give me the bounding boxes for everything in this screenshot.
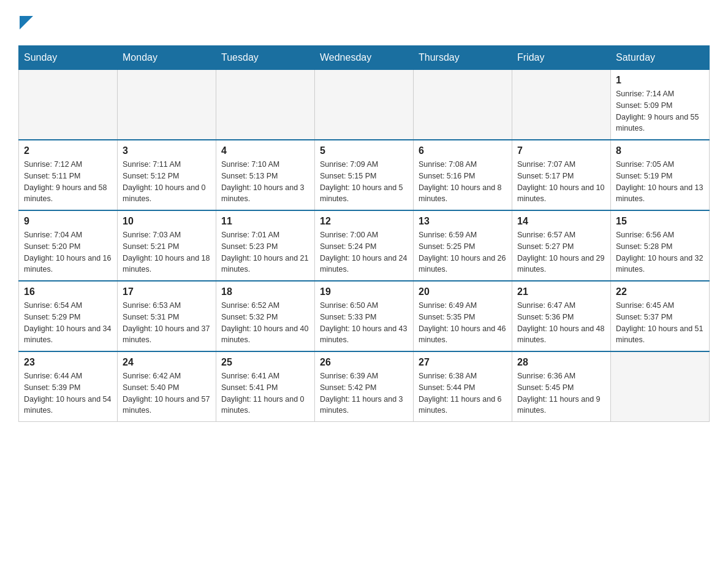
day-info: Sunrise: 6:39 AM Sunset: 5:42 PM Dayligh…: [320, 370, 408, 416]
calendar-cell: 19Sunrise: 6:50 AM Sunset: 5:33 PM Dayli…: [315, 281, 414, 351]
day-number: 6: [419, 145, 507, 156]
header-sunday: Sunday: [19, 46, 118, 70]
calendar-cell: 27Sunrise: 6:38 AM Sunset: 5:44 PM Dayli…: [414, 351, 512, 422]
calendar-week-row: 1Sunrise: 7:14 AM Sunset: 5:09 PM Daylig…: [19, 70, 710, 140]
day-info: Sunrise: 6:59 AM Sunset: 5:25 PM Dayligh…: [419, 229, 507, 275]
page-header: [18, 12, 710, 33]
day-number: 22: [616, 286, 704, 297]
header-saturday: Saturday: [611, 46, 710, 70]
day-number: 4: [221, 145, 309, 156]
day-info: Sunrise: 7:07 AM Sunset: 5:17 PM Dayligh…: [517, 159, 605, 205]
calendar-week-row: 2Sunrise: 7:12 AM Sunset: 5:11 PM Daylig…: [19, 140, 710, 210]
header-friday: Friday: [512, 46, 611, 70]
day-info: Sunrise: 6:49 AM Sunset: 5:35 PM Dayligh…: [419, 300, 507, 346]
day-info: Sunrise: 6:56 AM Sunset: 5:28 PM Dayligh…: [616, 229, 704, 275]
day-number: 23: [24, 357, 112, 368]
header-thursday: Thursday: [414, 46, 512, 70]
calendar-cell: 9Sunrise: 7:04 AM Sunset: 5:20 PM Daylig…: [19, 210, 118, 281]
calendar-cell: 12Sunrise: 7:00 AM Sunset: 5:24 PM Dayli…: [315, 210, 414, 281]
day-info: Sunrise: 6:38 AM Sunset: 5:44 PM Dayligh…: [419, 370, 507, 416]
day-number: 27: [419, 357, 507, 368]
day-number: 26: [320, 357, 408, 368]
day-number: 12: [320, 216, 408, 227]
calendar-week-row: 9Sunrise: 7:04 AM Sunset: 5:20 PM Daylig…: [19, 210, 710, 281]
calendar-cell: 4Sunrise: 7:10 AM Sunset: 5:13 PM Daylig…: [216, 140, 315, 210]
day-info: Sunrise: 6:53 AM Sunset: 5:31 PM Dayligh…: [123, 300, 211, 346]
day-number: 25: [221, 357, 309, 368]
calendar-cell: 23Sunrise: 6:44 AM Sunset: 5:39 PM Dayli…: [19, 351, 118, 422]
day-info: Sunrise: 6:47 AM Sunset: 5:36 PM Dayligh…: [517, 300, 605, 346]
day-number: 28: [517, 357, 605, 368]
calendar-cell: 1Sunrise: 7:14 AM Sunset: 5:09 PM Daylig…: [611, 70, 710, 140]
day-number: 7: [517, 145, 605, 156]
calendar-cell: 6Sunrise: 7:08 AM Sunset: 5:16 PM Daylig…: [414, 140, 512, 210]
logo: [18, 12, 33, 33]
calendar-cell: 24Sunrise: 6:42 AM Sunset: 5:40 PM Dayli…: [118, 351, 216, 422]
day-info: Sunrise: 6:52 AM Sunset: 5:32 PM Dayligh…: [221, 300, 309, 346]
calendar-cell: 25Sunrise: 6:41 AM Sunset: 5:41 PM Dayli…: [216, 351, 315, 422]
day-info: Sunrise: 6:41 AM Sunset: 5:41 PM Dayligh…: [221, 370, 309, 416]
day-number: 5: [320, 145, 408, 156]
calendar-cell: 3Sunrise: 7:11 AM Sunset: 5:12 PM Daylig…: [118, 140, 216, 210]
day-info: Sunrise: 7:05 AM Sunset: 5:19 PM Dayligh…: [616, 159, 704, 205]
calendar-cell: 10Sunrise: 7:03 AM Sunset: 5:21 PM Dayli…: [118, 210, 216, 281]
day-number: 11: [221, 216, 309, 227]
header-tuesday: Tuesday: [216, 46, 315, 70]
weekday-header-row: Sunday Monday Tuesday Wednesday Thursday…: [19, 46, 710, 70]
calendar-cell: 17Sunrise: 6:53 AM Sunset: 5:31 PM Dayli…: [118, 281, 216, 351]
calendar-cell: 7Sunrise: 7:07 AM Sunset: 5:17 PM Daylig…: [512, 140, 611, 210]
header-monday: Monday: [118, 46, 216, 70]
calendar-cell: 5Sunrise: 7:09 AM Sunset: 5:15 PM Daylig…: [315, 140, 414, 210]
calendar-cell: 22Sunrise: 6:45 AM Sunset: 5:37 PM Dayli…: [611, 281, 710, 351]
day-info: Sunrise: 6:45 AM Sunset: 5:37 PM Dayligh…: [616, 300, 704, 346]
calendar-cell: 13Sunrise: 6:59 AM Sunset: 5:25 PM Dayli…: [414, 210, 512, 281]
calendar-cell: [19, 70, 118, 140]
day-info: Sunrise: 7:04 AM Sunset: 5:20 PM Dayligh…: [24, 229, 112, 275]
calendar-cell: [414, 70, 512, 140]
svg-marker-0: [20, 16, 33, 29]
calendar-cell: 14Sunrise: 6:57 AM Sunset: 5:27 PM Dayli…: [512, 210, 611, 281]
day-number: 10: [123, 216, 211, 227]
logo-arrow-icon: [20, 16, 33, 29]
calendar-cell: 28Sunrise: 6:36 AM Sunset: 5:45 PM Dayli…: [512, 351, 611, 422]
day-number: 21: [517, 286, 605, 297]
day-info: Sunrise: 7:01 AM Sunset: 5:23 PM Dayligh…: [221, 229, 309, 275]
day-number: 13: [419, 216, 507, 227]
calendar-cell: [118, 70, 216, 140]
day-info: Sunrise: 7:09 AM Sunset: 5:15 PM Dayligh…: [320, 159, 408, 205]
day-info: Sunrise: 6:44 AM Sunset: 5:39 PM Dayligh…: [24, 370, 112, 416]
calendar-week-row: 23Sunrise: 6:44 AM Sunset: 5:39 PM Dayli…: [19, 351, 710, 422]
day-info: Sunrise: 6:57 AM Sunset: 5:27 PM Dayligh…: [517, 229, 605, 275]
day-info: Sunrise: 7:12 AM Sunset: 5:11 PM Dayligh…: [24, 159, 112, 205]
calendar-cell: [315, 70, 414, 140]
day-info: Sunrise: 7:10 AM Sunset: 5:13 PM Dayligh…: [221, 159, 309, 205]
day-number: 1: [616, 75, 704, 86]
calendar-cell: [216, 70, 315, 140]
day-number: 19: [320, 286, 408, 297]
day-number: 20: [419, 286, 507, 297]
calendar-cell: 2Sunrise: 7:12 AM Sunset: 5:11 PM Daylig…: [19, 140, 118, 210]
calendar-cell: [512, 70, 611, 140]
day-number: 18: [221, 286, 309, 297]
calendar-table: Sunday Monday Tuesday Wednesday Thursday…: [18, 45, 710, 422]
day-number: 9: [24, 216, 112, 227]
day-number: 24: [123, 357, 211, 368]
day-number: 2: [24, 145, 112, 156]
calendar-cell: 8Sunrise: 7:05 AM Sunset: 5:19 PM Daylig…: [611, 140, 710, 210]
day-info: Sunrise: 7:00 AM Sunset: 5:24 PM Dayligh…: [320, 229, 408, 275]
day-number: 8: [616, 145, 704, 156]
calendar-cell: 11Sunrise: 7:01 AM Sunset: 5:23 PM Dayli…: [216, 210, 315, 281]
header-wednesday: Wednesday: [315, 46, 414, 70]
day-info: Sunrise: 6:50 AM Sunset: 5:33 PM Dayligh…: [320, 300, 408, 346]
calendar-cell: [611, 351, 710, 422]
day-number: 14: [517, 216, 605, 227]
calendar-cell: 16Sunrise: 6:54 AM Sunset: 5:29 PM Dayli…: [19, 281, 118, 351]
day-number: 16: [24, 286, 112, 297]
calendar-week-row: 16Sunrise: 6:54 AM Sunset: 5:29 PM Dayli…: [19, 281, 710, 351]
day-info: Sunrise: 6:36 AM Sunset: 5:45 PM Dayligh…: [517, 370, 605, 416]
calendar-cell: 15Sunrise: 6:56 AM Sunset: 5:28 PM Dayli…: [611, 210, 710, 281]
day-info: Sunrise: 6:54 AM Sunset: 5:29 PM Dayligh…: [24, 300, 112, 346]
day-number: 17: [123, 286, 211, 297]
day-info: Sunrise: 7:03 AM Sunset: 5:21 PM Dayligh…: [123, 229, 211, 275]
day-info: Sunrise: 7:11 AM Sunset: 5:12 PM Dayligh…: [123, 159, 211, 205]
